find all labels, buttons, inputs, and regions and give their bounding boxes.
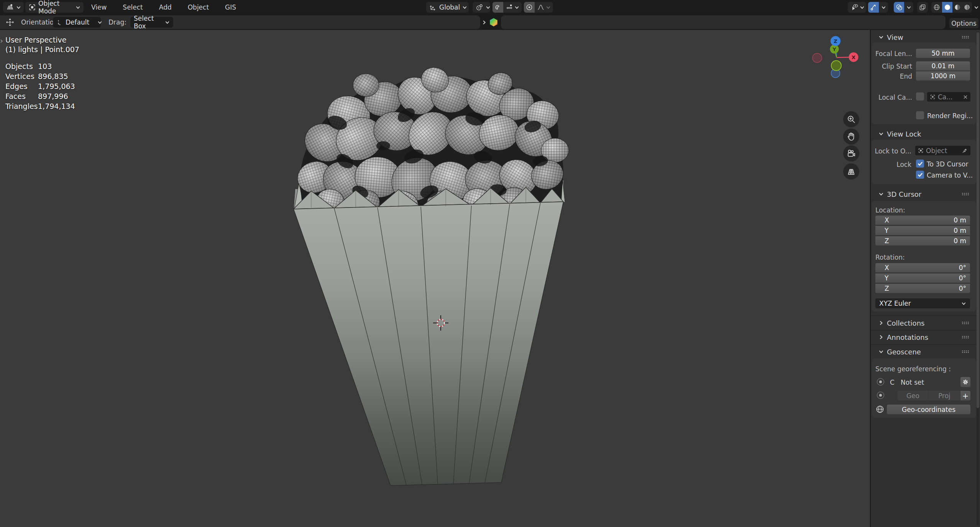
mode-dropdown[interactable]: Object Mode — [25, 2, 84, 13]
snap-target-dropdown[interactable] — [503, 2, 522, 13]
stat-row: Objects103 — [5, 61, 75, 71]
crs-radio-2[interactable] — [877, 392, 884, 399]
shading-options-chevron[interactable] — [974, 5, 979, 10]
toolbar-expand-arrow[interactable]: › — [0, 36, 3, 45]
pivot-point-icon — [476, 3, 483, 11]
panel-grip[interactable] — [962, 36, 969, 39]
cursor-rotation-y-field[interactable]: Y0° — [875, 273, 970, 283]
panel-grip[interactable] — [962, 350, 969, 353]
blender-window: Object Mode View Select Add Object GIS G… — [0, 0, 980, 527]
panel-grip[interactable] — [962, 321, 969, 324]
chevron-down-icon — [486, 5, 491, 10]
panel-header-3d-cursor[interactable]: 3D Cursor — [871, 189, 977, 199]
crs-radio[interactable] — [877, 378, 884, 385]
orientation-axes-icon — [429, 3, 437, 11]
menu-gis[interactable]: GIS — [223, 3, 238, 12]
cursor-location-y-field[interactable]: Y0 m — [875, 226, 970, 235]
chevron-right-icon — [878, 320, 884, 326]
menu-object[interactable]: Object — [185, 3, 211, 12]
pivot-point-dropdown[interactable] — [473, 2, 490, 13]
lock-to-object-field[interactable]: Object — [915, 146, 970, 155]
menu-select[interactable]: Select — [120, 3, 145, 12]
cursor-rotation-z-field[interactable]: Z0° — [875, 284, 970, 293]
proportional-edit-icon — [525, 3, 533, 11]
editor-type-button[interactable] — [3, 2, 24, 13]
clip-start-field[interactable]: 0.01 m — [916, 61, 970, 71]
shading-solid-button[interactable] — [942, 2, 952, 13]
shading-wireframe-button[interactable] — [931, 2, 942, 13]
crs-settings-button[interactable] — [960, 377, 970, 387]
object-data-icon — [930, 94, 936, 100]
add-crs-button[interactable]: + — [960, 391, 970, 400]
panel-header-view[interactable]: View — [871, 32, 977, 42]
snap-toggle-button[interactable] — [492, 2, 503, 13]
solid-sphere-icon — [944, 3, 951, 11]
navigation-gizmo[interactable]: Y Z X — [809, 35, 866, 81]
gis-basemap-icon[interactable] — [489, 17, 499, 27]
rendered-sphere-icon — [963, 3, 971, 11]
gizmo-neg-x-ball[interactable] — [813, 53, 822, 63]
viewport-header: Object Mode View Select Add Object GIS G… — [0, 0, 980, 15]
sidebar-scrollbar[interactable] — [977, 31, 979, 525]
chevron-down-icon — [16, 5, 21, 10]
cursor-location-x-field[interactable]: X0 m — [875, 216, 970, 225]
gizmo-options-dropdown[interactable] — [879, 2, 888, 13]
menu-view[interactable]: View — [89, 3, 109, 12]
geo-coordinates-button[interactable]: Geo-coordinates — [887, 405, 970, 414]
panel-grip[interactable] — [962, 336, 969, 339]
3d-viewport[interactable]: › User Perspective (1) lights | Point.00… — [0, 30, 870, 527]
chevron-down-icon — [76, 5, 80, 10]
show-overlays-toggle[interactable] — [894, 2, 904, 13]
clip-end-field[interactable]: 1000 m — [916, 71, 970, 81]
overlays-icon — [895, 3, 903, 11]
magnifier-plus-icon — [846, 114, 856, 124]
perspective-toggle-button[interactable] — [843, 163, 859, 180]
panel-grip[interactable] — [962, 193, 969, 196]
snap-increment-icon — [506, 3, 513, 11]
orientation-value: Default — [66, 18, 89, 26]
move-tool-icon[interactable] — [5, 18, 15, 27]
panel-header-view-lock[interactable]: View Lock — [871, 129, 977, 139]
drag-dropdown[interactable]: Select Box — [130, 17, 173, 28]
camera-view-button[interactable] — [843, 145, 859, 161]
camera-to-view-label: Camera to V... — [927, 171, 973, 179]
lock-to-3d-cursor-checkbox[interactable] — [916, 160, 924, 168]
rotation-mode-dropdown[interactable]: XYZ Euler — [875, 298, 970, 308]
snapping-group — [492, 2, 522, 13]
panel-header-annotations[interactable]: Annotations — [871, 332, 977, 342]
transform-orientation-dropdown[interactable]: Global — [426, 2, 469, 13]
clear-icon[interactable] — [963, 95, 968, 99]
xray-toggle[interactable] — [917, 2, 928, 13]
shading-rendered-button[interactable] — [962, 2, 972, 13]
camera-to-view-checkbox[interactable] — [916, 171, 924, 179]
shading-material-button[interactable] — [952, 2, 962, 13]
local-camera-field[interactable]: Ca... — [927, 92, 970, 102]
proj-button[interactable]: Proj — [929, 391, 960, 400]
geo-button[interactable]: Geo — [898, 391, 928, 400]
render-region-checkbox[interactable] — [916, 111, 924, 119]
eyedropper-icon[interactable] — [962, 148, 968, 153]
scene-statistics: Objects103 Vertices896,835 Edges1,795,06… — [5, 61, 75, 111]
panel-header-collections[interactable]: Collections — [871, 318, 977, 328]
expand-right-icon[interactable] — [482, 20, 487, 25]
options-button[interactable]: Options — [949, 18, 978, 28]
shading-group — [931, 2, 972, 13]
panel-header-geoscene[interactable]: Geoscene — [871, 347, 977, 357]
cursor-rotation-x-field[interactable]: X0° — [875, 263, 970, 272]
pan-button[interactable] — [843, 128, 859, 145]
smooth-falloff-icon — [537, 3, 545, 11]
overlays-options-dropdown[interactable] — [904, 2, 913, 13]
proportional-edit-toggle[interactable] — [524, 2, 535, 13]
object-visibility-dropdown[interactable] — [848, 2, 866, 13]
orientation-dropdown[interactable]: Default — [53, 17, 101, 28]
menu-add[interactable]: Add — [157, 3, 174, 12]
zoom-button[interactable] — [843, 111, 859, 127]
cursor-location-z-field[interactable]: Z0 m — [875, 236, 970, 245]
chevron-down-icon — [878, 131, 884, 137]
local-camera-checkbox[interactable] — [916, 92, 924, 100]
proportional-falloff-dropdown[interactable] — [535, 2, 553, 13]
chevron-down-icon — [97, 20, 102, 25]
gizmo-neg-y-ball[interactable] — [831, 61, 841, 71]
focal-length-field[interactable]: 50 mm — [916, 49, 970, 58]
show-gizmo-toggle[interactable] — [868, 2, 879, 13]
